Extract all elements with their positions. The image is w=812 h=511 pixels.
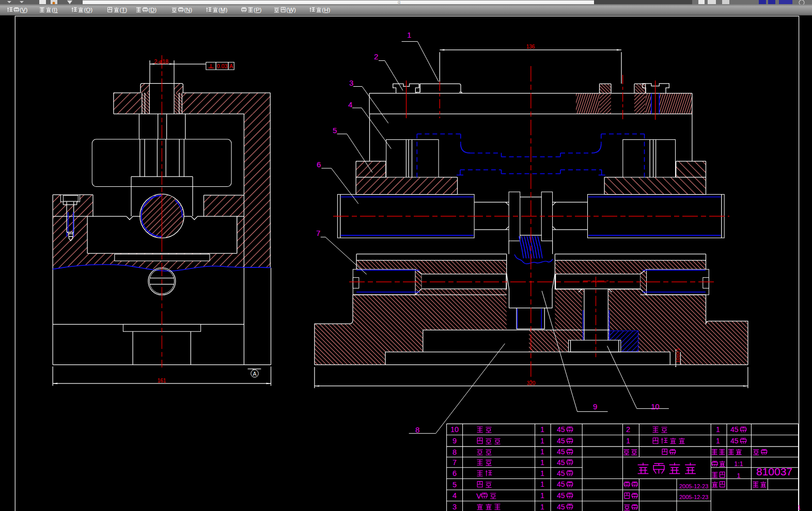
svg-text:6: 6	[452, 469, 457, 477]
svg-text:1: 1	[540, 448, 544, 456]
svg-text:1: 1	[540, 491, 544, 500]
svg-text:(D): (D)	[148, 7, 157, 13]
svg-text:9: 9	[452, 437, 457, 445]
svg-text:1: 1	[540, 469, 544, 477]
svg-text:7: 7	[316, 229, 320, 237]
svg-text:45: 45	[557, 448, 565, 456]
svg-text:10: 10	[651, 402, 660, 411]
svg-text:(T): (T)	[120, 7, 128, 13]
svg-text:2005-12-23: 2005-12-23	[679, 483, 708, 489]
svg-text:5: 5	[452, 481, 457, 489]
svg-text:8: 8	[415, 425, 419, 434]
svg-text:2-ø18: 2-ø18	[154, 58, 169, 65]
svg-text:5: 5	[333, 126, 337, 135]
svg-text:g: g	[398, 0, 400, 5]
svg-text:45: 45	[557, 503, 565, 511]
svg-text:1: 1	[626, 437, 630, 445]
svg-text:1: 1	[540, 458, 544, 467]
svg-text:(P): (P)	[254, 7, 262, 13]
svg-text:9: 9	[593, 402, 597, 411]
svg-text:V: V	[476, 492, 481, 500]
svg-text:45: 45	[557, 469, 565, 477]
svg-text:1: 1	[540, 425, 544, 434]
svg-text:(N): (N)	[184, 7, 192, 13]
svg-text:(W): (W)	[286, 7, 296, 13]
svg-text:45: 45	[557, 458, 565, 467]
svg-text:45: 45	[557, 480, 565, 488]
svg-text:1: 1	[716, 425, 720, 434]
svg-text:A: A	[229, 63, 233, 69]
svg-text:45: 45	[557, 425, 565, 434]
svg-text:(H): (H)	[322, 7, 330, 13]
svg-text:45: 45	[557, 437, 565, 445]
svg-text:(M): (M)	[218, 7, 227, 13]
svg-text:1: 1	[407, 30, 411, 39]
svg-text:6: 6	[317, 160, 321, 169]
svg-text:7: 7	[452, 458, 457, 467]
svg-text:2005-12-23: 2005-12-23	[679, 494, 708, 500]
svg-text:1: 1	[540, 437, 544, 445]
svg-text:0.03: 0.03	[217, 63, 228, 69]
svg-text:2: 2	[374, 52, 378, 61]
svg-text:4: 4	[348, 100, 352, 109]
svg-text:8: 8	[452, 448, 457, 456]
svg-text:2: 2	[626, 425, 630, 434]
svg-text:3: 3	[349, 78, 353, 87]
svg-text:(V): (V)	[20, 7, 28, 13]
svg-text:3: 3	[452, 503, 457, 511]
svg-text:(I): (I)	[52, 7, 57, 13]
svg-text:45: 45	[730, 425, 739, 434]
svg-text:1: 1	[737, 472, 741, 480]
svg-text:1:1: 1:1	[734, 460, 743, 468]
svg-text:1: 1	[540, 503, 544, 511]
svg-text:A: A	[253, 371, 256, 377]
svg-text:1: 1	[540, 480, 544, 488]
svg-text:(O): (O)	[84, 7, 93, 13]
svg-text:45: 45	[730, 437, 739, 445]
svg-text:320: 320	[527, 380, 536, 386]
svg-text:1: 1	[716, 437, 720, 445]
svg-text:136: 136	[526, 44, 535, 50]
svg-text:810037: 810037	[756, 466, 792, 477]
svg-text:1: 1	[798, 504, 801, 510]
svg-text:45: 45	[557, 491, 565, 500]
svg-text:161: 161	[158, 378, 166, 384]
svg-text:10: 10	[450, 425, 459, 434]
svg-text:4: 4	[452, 491, 457, 500]
